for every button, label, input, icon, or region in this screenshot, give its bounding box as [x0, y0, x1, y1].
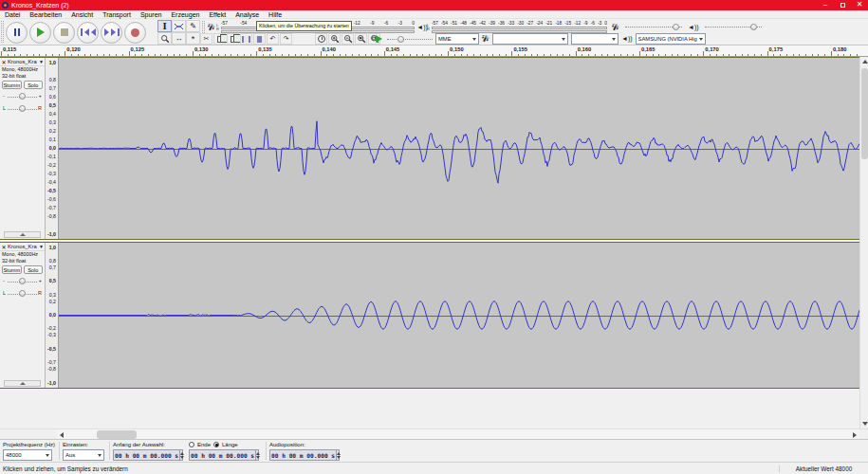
menu-transport[interactable]: Transport: [98, 10, 136, 19]
horizontal-scroll-thumb[interactable]: [97, 430, 137, 439]
track-2-waveform-area[interactable]: [59, 243, 859, 388]
paste-button[interactable]: [227, 33, 239, 45]
zoom-out-button[interactable]: [342, 33, 354, 45]
transport-toolbar-grip[interactable]: [1, 21, 4, 43]
track-1-waveform-area[interactable]: [59, 58, 859, 239]
track-2-mute-button[interactable]: Stumm: [2, 265, 22, 274]
scroll-down-button[interactable]: [860, 419, 868, 428]
vertical-scrollbar[interactable]: [859, 57, 868, 428]
menu-erzeugen[interactable]: Erzeugen: [166, 10, 204, 19]
track-2-pan-thumb[interactable]: [19, 290, 26, 297]
playback-speed-thumb[interactable]: [397, 36, 404, 43]
envelope-tool-button[interactable]: [172, 20, 186, 32]
audio-host-dropdown[interactable]: MME: [435, 33, 479, 45]
ruler-minor-tick: [218, 54, 219, 56]
playback-volume-thumb[interactable]: [750, 24, 757, 30]
undo-button[interactable]: ↶: [267, 33, 279, 45]
multi-tool-button[interactable]: *: [186, 32, 200, 45]
silence-audio-button[interactable]: [253, 33, 266, 45]
playback-volume-slider[interactable]: [703, 23, 764, 31]
track-1-pan-slider[interactable]: L R: [3, 103, 42, 115]
selection-start-field[interactable]: 00 h 00 m 00.000 s: [113, 449, 183, 461]
track-1-pan-thumb[interactable]: [19, 105, 26, 112]
vertical-scroll-thumb[interactable]: [861, 68, 868, 159]
menu-datei[interactable]: Datei: [0, 10, 25, 19]
menu-bearbeiten[interactable]: Bearbeiten: [25, 10, 66, 19]
length-radio[interactable]: [213, 442, 219, 447]
track-1-solo-button[interactable]: Solo: [24, 81, 44, 89]
timeline-ruler[interactable]: 0,1150,1200,1250,1300,1350,1400,1450,150…: [0, 46, 868, 57]
ruler-minor-tick: [340, 54, 341, 56]
end-radio-label[interactable]: Ende: [197, 442, 211, 447]
close-button[interactable]: ✕: [851, 0, 868, 10]
copy-button[interactable]: [213, 33, 226, 45]
monitoring-tooltip[interactable]: Klicken, um die Überwachung zu starten: [256, 21, 352, 31]
track-1-vertical-ruler[interactable]: 1,00,80,70,60,50,40,30,20,10,0-0,1-0,2-0…: [46, 58, 59, 239]
track-2-menu-arrow-icon[interactable]: ▼: [38, 244, 45, 249]
menu-effekt[interactable]: Effekt: [204, 10, 231, 19]
horizontal-scroll-track[interactable]: [57, 429, 859, 439]
output-device-dropdown[interactable]: SAMSUNG (NVIDIA Hig: [636, 33, 706, 45]
selection-length-field[interactable]: 00 h 00 m 00.000 s: [189, 449, 259, 461]
ruler-minor-tick: [620, 54, 621, 56]
cut-button[interactable]: ✂: [200, 33, 212, 45]
playback-meter-body[interactable]: -57-54-51-48-45-42-39-36-33-30-27-24-21-…: [432, 21, 607, 33]
track-2-waveform[interactable]: [59, 243, 859, 388]
title-bar[interactable]: Kronos_Kratzen (2) – ✕: [0, 0, 868, 10]
record-button[interactable]: [124, 22, 146, 44]
minimize-button[interactable]: –: [817, 0, 834, 10]
skip-to-start-button[interactable]: [77, 22, 99, 44]
selection-tool-button[interactable]: I: [157, 20, 172, 32]
input-device-dropdown[interactable]: [492, 33, 568, 45]
spinner-arrows-icon[interactable]: [336, 450, 341, 460]
spinner-arrows-icon[interactable]: [255, 450, 260, 460]
scroll-up-button[interactable]: [860, 57, 868, 66]
recording-volume-slider[interactable]: [623, 23, 684, 31]
play-at-speed-button[interactable]: [376, 35, 382, 43]
trim-audio-button[interactable]: [240, 33, 252, 45]
track-1-close-button[interactable]: ✕: [0, 59, 8, 65]
zoom-tool-button[interactable]: [157, 32, 172, 45]
track-1-menu-arrow-icon[interactable]: ▼: [38, 59, 45, 64]
timer-record-button[interactable]: [315, 33, 327, 45]
track-2-solo-button[interactable]: Solo: [24, 265, 44, 274]
track-2-vertical-ruler[interactable]: 1,00,80,70,50,30,20,0-0,2-0,3-0,5-0,7-0,…: [46, 243, 59, 388]
zoom-in-button[interactable]: [328, 33, 341, 45]
track-2-pan-slider[interactable]: L R: [3, 288, 42, 300]
track-1-collapse-button[interactable]: [4, 231, 41, 238]
menu-analyse[interactable]: Analyse: [231, 10, 264, 19]
track-2-name[interactable]: Kronos_Kra: [8, 244, 38, 249]
playback-speed-slider[interactable]: [385, 35, 434, 44]
track-1-name[interactable]: Kronos_Kra: [8, 59, 38, 64]
end-radio[interactable]: [189, 442, 194, 447]
maximize-button[interactable]: [834, 0, 851, 10]
pause-button[interactable]: [6, 22, 28, 44]
track-1-waveform[interactable]: [59, 58, 859, 239]
menu-ansicht[interactable]: Ansicht: [66, 10, 98, 19]
project-rate-dropdown[interactable]: 48000: [3, 449, 52, 461]
horizontal-scrollbar[interactable]: [0, 428, 868, 439]
menu-spuren[interactable]: Spuren: [136, 10, 167, 19]
playback-meter[interactable]: ◄)) LR -57-54-51-48-45-42-39-36-33-30-27…: [417, 21, 607, 33]
draw-tool-button[interactable]: ✎: [186, 20, 200, 32]
snap-to-dropdown[interactable]: Aus: [63, 449, 104, 461]
track-2-close-button[interactable]: ✕: [0, 244, 8, 250]
stop-button[interactable]: [53, 22, 75, 44]
timeshift-tool-button[interactable]: ↔: [172, 32, 186, 45]
length-radio-label[interactable]: Länge: [222, 442, 238, 447]
input-channels-dropdown[interactable]: [571, 33, 619, 45]
play-button[interactable]: [29, 22, 51, 44]
spinner-arrows-icon[interactable]: [179, 450, 184, 460]
skip-to-end-button[interactable]: [101, 22, 122, 44]
redo-button[interactable]: ↷: [280, 33, 292, 45]
recording-volume-thumb[interactable]: [673, 24, 679, 30]
track-2-gain-slider[interactable]: - +: [3, 276, 42, 287]
track-1-gain-thumb[interactable]: [19, 93, 26, 100]
track-1-gain-slider[interactable]: - +: [3, 91, 42, 102]
fit-selection-button[interactable]: [355, 33, 367, 45]
track-2-gain-thumb[interactable]: [19, 278, 26, 284]
audio-position-field[interactable]: 00 h 00 m 00.000 s: [269, 449, 340, 461]
track-2-collapse-button[interactable]: [4, 380, 41, 387]
track-1-mute-button[interactable]: Stumm: [2, 81, 22, 89]
menu-hilfe[interactable]: Hilfe: [264, 10, 286, 19]
